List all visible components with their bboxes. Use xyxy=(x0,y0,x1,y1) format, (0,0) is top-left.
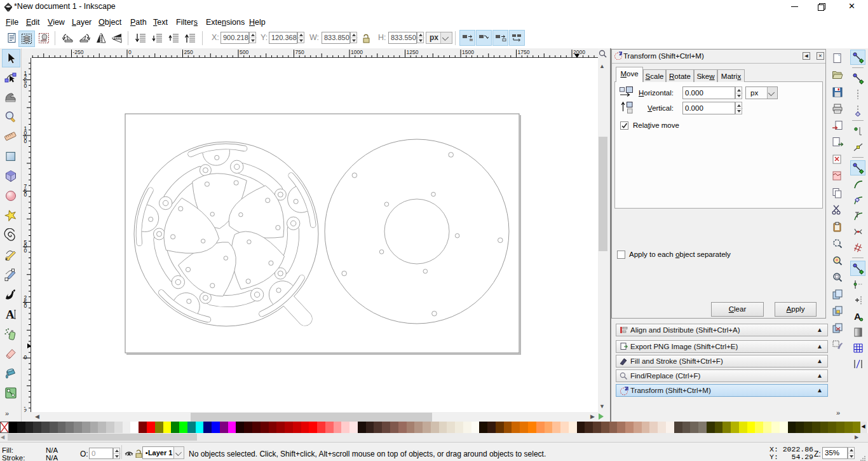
svg-text:0: 0 xyxy=(24,303,27,309)
svg-text:1750: 1750 xyxy=(518,49,530,55)
svg-text:0: 0 xyxy=(24,354,27,361)
svg-text:2: 2 xyxy=(24,408,27,412)
svg-text:500: 500 xyxy=(240,49,248,55)
svg-text:1000: 1000 xyxy=(351,49,363,55)
svg-text:0: 0 xyxy=(128,49,132,55)
svg-text:0: 0 xyxy=(24,83,27,89)
svg-text:250: 250 xyxy=(184,49,193,55)
svg-text:-250: -250 xyxy=(73,49,84,55)
svg-text:A: A xyxy=(6,307,15,320)
svg-text:1250: 1250 xyxy=(407,49,419,55)
svg-text:0: 0 xyxy=(24,247,27,254)
svg-text:750: 750 xyxy=(295,49,304,55)
svg-text:1500: 1500 xyxy=(462,49,474,55)
svg-text:0: 0 xyxy=(24,138,27,144)
svg-text:0: 0 xyxy=(24,191,27,198)
